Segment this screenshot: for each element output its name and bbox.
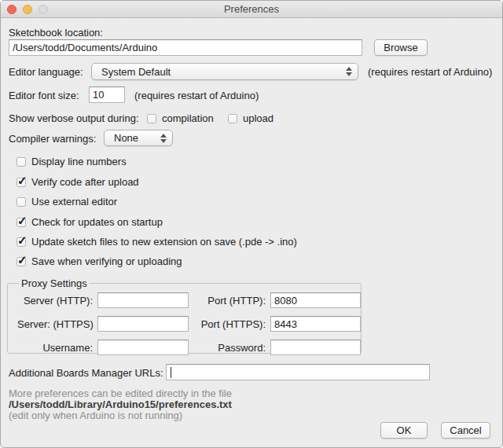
compilation-checkbox-label: compilation <box>162 112 214 124</box>
port-https-label: Port (HTTPS): <box>198 318 266 330</box>
compiler-warnings-label: Compiler warnings: <box>9 133 96 145</box>
proxy-row-https: Server: (HTTPS) Port (HTTPS): <box>17 316 361 332</box>
server-http-input[interactable] <box>97 292 189 308</box>
preferences-file-path: /Users/todd/Library/Arduino15/preference… <box>9 398 232 410</box>
verify-code-after-upload-option[interactable]: Verify code after upload <box>17 176 139 188</box>
ok-button[interactable]: OK <box>380 422 428 439</box>
username-input[interactable] <box>97 340 189 355</box>
check-for-updates-option[interactable]: Check for updates on startup <box>17 216 163 228</box>
edit-only-note: (edit only when Arduino is not running) <box>9 409 182 421</box>
update-sketch-files-option[interactable]: Update sketch files to new extension on … <box>17 236 297 248</box>
editor-font-size-input[interactable] <box>89 86 125 103</box>
proxy-row-http: Server (HTTP): Port (HTTP): <box>17 292 361 308</box>
port-http-label: Port (HTTP): <box>198 295 266 307</box>
cancel-button[interactable]: Cancel <box>441 422 490 439</box>
port-http-input[interactable] <box>270 292 361 308</box>
title-bar[interactable]: Preferences <box>1 1 502 18</box>
checkbox-label: Use external editor <box>31 196 117 207</box>
server-https-input[interactable] <box>97 316 189 332</box>
display-line-numbers-option[interactable]: Display line numbers <box>17 156 127 167</box>
editor-language-value: System Default <box>101 66 171 78</box>
server-https-label: Server: (HTTPS) <box>17 318 93 330</box>
server-http-label: Server (HTTP): <box>17 295 93 307</box>
save-when-verifying-option[interactable]: Save when verifying or uploading <box>17 255 182 267</box>
more-preferences-note: More preferences can be edited directly … <box>9 387 232 399</box>
upload-checkbox-label: upload <box>243 112 274 124</box>
checkbox-label: Save when verifying or uploading <box>31 255 182 267</box>
checkbox-label: Verify code after upload <box>31 176 139 188</box>
checkbox-label: Display line numbers <box>31 156 127 167</box>
editor-language-select[interactable]: System Default <box>91 63 358 80</box>
username-label: Username: <box>17 342 93 354</box>
boards-manager-urls-input[interactable] <box>166 364 430 380</box>
verbose-upload-option[interactable]: upload <box>228 112 274 124</box>
port-https-input[interactable] <box>270 316 361 332</box>
verbose-output-label: Show verbose output during: <box>9 112 139 124</box>
proxy-settings-group: Proxy Settings Server (HTTP): Port (HTTP… <box>7 277 362 354</box>
editor-font-size-note: (requires restart of Arduino) <box>134 90 259 101</box>
verbose-compilation-option[interactable]: compilation <box>147 112 214 124</box>
stepper-arrows-icon <box>160 134 167 143</box>
preferences-window: Preferences Sketchbook location: Browse … <box>0 0 503 448</box>
display-line-numbers-checkbox[interactable] <box>17 157 26 167</box>
editor-language-note: (requires restart of Arduino) <box>368 66 492 78</box>
verify-code-after-upload-checkbox[interactable] <box>17 178 26 187</box>
stepper-arrows-icon <box>346 67 352 76</box>
proxy-row-credentials: Username: Password: <box>17 340 361 355</box>
window-title: Preferences <box>1 3 502 15</box>
check-for-updates-checkbox[interactable] <box>17 218 26 227</box>
compiler-warnings-select[interactable]: None <box>104 130 173 146</box>
use-external-editor-checkbox[interactable] <box>17 197 26 207</box>
editor-font-size-label: Editor font size: <box>9 90 79 101</box>
save-when-verifying-checkbox[interactable] <box>17 257 26 266</box>
proxy-settings-legend: Proxy Settings <box>19 277 90 289</box>
update-sketch-files-checkbox[interactable] <box>17 237 26 247</box>
password-label: Password: <box>198 342 266 354</box>
sketchbook-location-label: Sketchbook location: <box>9 27 103 39</box>
checkbox-label: Update sketch files to new extension on … <box>31 236 297 248</box>
password-input[interactable] <box>270 340 361 355</box>
compilation-checkbox[interactable] <box>147 114 156 123</box>
upload-checkbox[interactable] <box>228 114 237 123</box>
compiler-warnings-value: None <box>114 132 138 144</box>
sketchbook-location-input[interactable] <box>9 39 362 56</box>
checkbox-label: Check for updates on startup <box>31 216 163 228</box>
browse-button[interactable]: Browse <box>374 39 428 56</box>
text-caret <box>171 367 171 378</box>
editor-language-label: Editor language: <box>9 66 83 78</box>
boards-manager-urls-label: Additional Boards Manager URLs: <box>9 367 163 379</box>
use-external-editor-option[interactable]: Use external editor <box>17 196 117 207</box>
